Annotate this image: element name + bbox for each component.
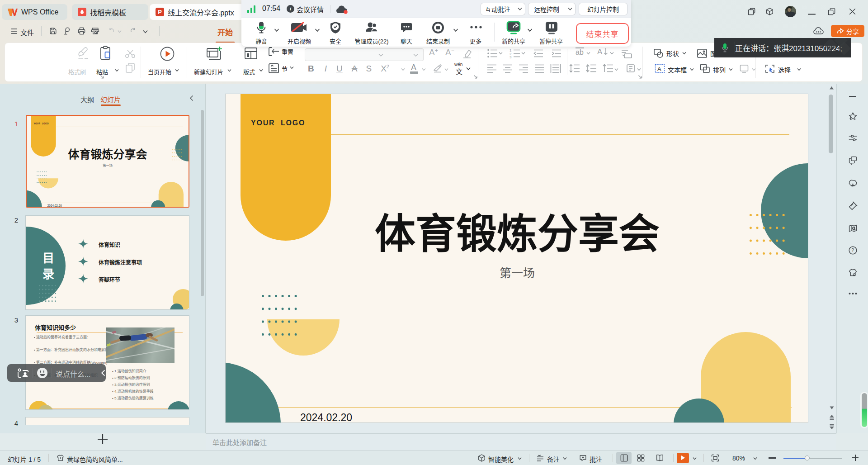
svg-text:A: A bbox=[657, 66, 661, 72]
svg-text:?: ? bbox=[851, 247, 854, 253]
svg-text:3: 3 bbox=[509, 55, 512, 58]
